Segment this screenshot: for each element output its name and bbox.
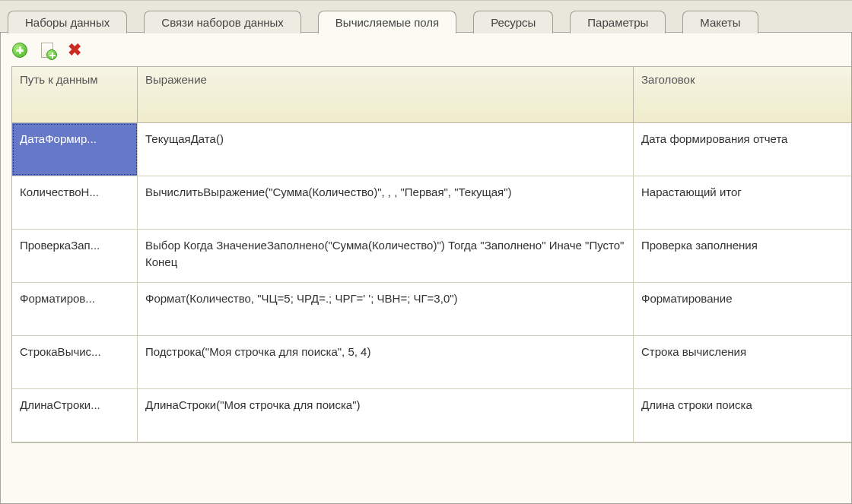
table-row[interactable]: КоличествоН... ВычислитьВыражение("Сумма… [12,176,851,230]
grid-header: Путь к данным Выражение Заголовок [12,67,851,123]
delete-button[interactable]: ✖ [66,42,83,59]
table-row[interactable]: ДатаФормир... ТекущаяДата() Дата формиро… [12,123,851,176]
toolbar: ✖ [1,33,851,66]
cell-path[interactable]: КоличествоН... [12,176,138,229]
tab-datasets[interactable]: Наборы данных [8,11,127,33]
cell-title[interactable]: Форматирование [634,283,851,335]
column-header-path[interactable]: Путь к данным [12,67,138,122]
cell-path[interactable]: СтрокаВычис... [12,336,138,388]
tab-strip: Наборы данных Связи наборов данных Вычис… [0,5,852,33]
cell-path[interactable]: Форматиров... [12,283,138,335]
cell-path[interactable]: ПроверкаЗап... [12,230,138,282]
tab-templates[interactable]: Макеты [682,11,758,33]
table-row[interactable]: ПроверкаЗап... Выбор Когда ЗначениеЗапол… [12,230,851,283]
cell-path[interactable]: ДлинаСтроки... [12,389,138,442]
cell-path[interactable]: ДатаФормир... [12,123,138,176]
content-area: ✖ Путь к данным Выражение Заголовок Дата… [0,33,852,504]
delete-icon: ✖ [68,42,81,59]
cell-title[interactable]: Проверка заполнения [634,230,851,282]
workspace: Наборы данных Связи наборов данных Вычис… [0,0,852,504]
cell-title[interactable]: Длина строки поиска [634,389,851,442]
add-button[interactable] [11,42,28,59]
cell-expr[interactable]: Подстрока("Моя строчка для поиска", 5, 4… [138,336,634,388]
add-document-icon [41,43,53,58]
tab-parameters[interactable]: Параметры [570,11,666,33]
column-header-expr[interactable]: Выражение [138,67,634,122]
cell-expr[interactable]: ТекущаяДата() [138,123,634,176]
tab-dataset-links[interactable]: Связи наборов данных [144,11,301,33]
table-row[interactable]: СтрокаВычис... Подстрока("Моя строчка дл… [12,336,851,389]
cell-title[interactable]: Дата формирования отчета [634,123,851,176]
column-header-title[interactable]: Заголовок [634,67,851,122]
cell-expr[interactable]: Формат(Количество, "ЧЦ=5; ЧРД=.; ЧРГ=' '… [138,283,634,335]
add-document-button[interactable] [39,42,56,59]
calc-fields-grid[interactable]: Путь к данным Выражение Заголовок ДатаФо… [11,66,851,443]
cell-expr[interactable]: ДлинаСтроки("Моя строчка для поиска") [138,389,634,442]
cell-expr[interactable]: Выбор Когда ЗначениеЗаполнено("Сумма(Кол… [138,230,634,282]
cell-title[interactable]: Строка вычисления [634,336,851,388]
table-row[interactable]: ДлинаСтроки... ДлинаСтроки("Моя строчка … [12,389,851,442]
grid-body: ДатаФормир... ТекущаяДата() Дата формиро… [12,123,851,442]
cell-expr[interactable]: ВычислитьВыражение("Сумма(Количество)", … [138,176,634,229]
tab-calc-fields[interactable]: Вычисляемые поля [318,11,456,33]
tab-resources[interactable]: Ресурсы [473,11,553,33]
add-icon [12,43,27,58]
table-row[interactable]: Форматиров... Формат(Количество, "ЧЦ=5; … [12,283,851,336]
cell-title[interactable]: Нарастающий итог [634,176,851,229]
